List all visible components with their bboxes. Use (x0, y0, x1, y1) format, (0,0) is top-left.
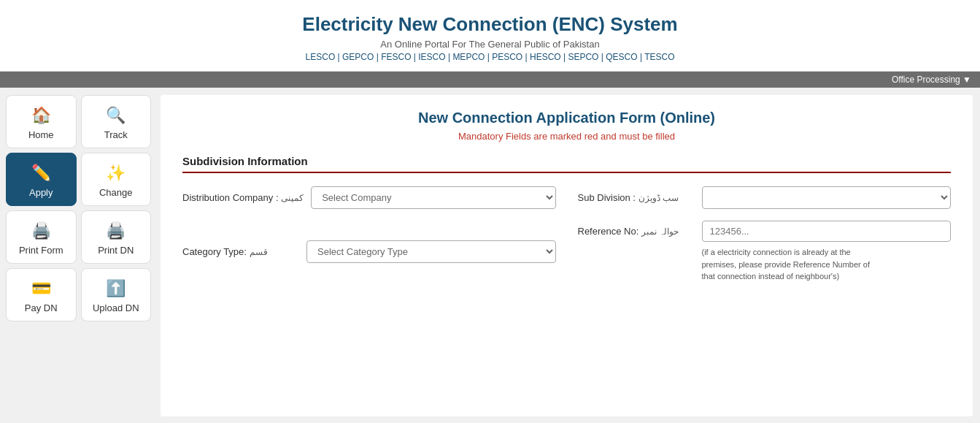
section-heading: Subdivision Information (182, 155, 951, 173)
sidebar-label-print-form: Print Form (19, 245, 63, 256)
form-grid: Distribution Company : کمپنی Select Comp… (182, 186, 951, 283)
sidebar-label-print-dn: Print DN (98, 245, 134, 256)
category-type-select[interactable]: Select Category Type (306, 240, 556, 263)
print-dn-icon: 🖨️ (106, 221, 126, 240)
sub-division-select[interactable] (702, 186, 952, 209)
sidebar-item-track[interactable]: 🔍 Track (81, 95, 152, 148)
sidebar-label-home: Home (28, 129, 54, 140)
pay-dn-icon: 💳 (31, 279, 51, 298)
sidebar-item-pay-dn[interactable]: 💳 Pay DN (6, 268, 77, 321)
sidebar-item-apply[interactable]: ✏️ Apply (6, 153, 77, 206)
distribution-company-label: Distribution Company : کمپنی (182, 192, 304, 203)
layout: 🏠 Home 🔍 Track ✏️ Apply ✨ Change 🖨️ Pri (0, 88, 980, 423)
distribution-company-field: Distribution Company : کمپنی Select Comp… (182, 186, 556, 209)
reference-no-note: (if a electricity connection is already … (702, 246, 877, 283)
sidebar-row-3: 🖨️ Print Form 🖨️ Print DN (6, 210, 151, 264)
sidebar-item-print-dn[interactable]: 🖨️ Print DN (81, 210, 152, 264)
sidebar-label-apply: Apply (29, 187, 53, 198)
top-bar: Office Processing ▼ (0, 72, 980, 88)
sub-division-field: Sub Division : سب ڈویژن (578, 186, 952, 209)
apply-icon: ✏️ (31, 164, 51, 183)
sidebar-item-print-form[interactable]: 🖨️ Print Form (6, 210, 77, 264)
sidebar-label-track: Track (104, 129, 128, 140)
form-subtitle: Mandatory Fields are marked red and must… (182, 131, 951, 142)
reference-no-field: Reference No: حوالہ نمبر (if a electrici… (578, 221, 952, 283)
page-header: Electricity New Connection (ENC) System … (0, 0, 980, 72)
sidebar-row-1: 🏠 Home 🔍 Track (6, 95, 151, 148)
sidebar-row-2: ✏️ Apply ✨ Change (6, 153, 151, 206)
sidebar-item-upload-dn[interactable]: ⬆️ Upload DN (81, 268, 152, 321)
main-content: New Connection Application Form (Online)… (161, 95, 973, 416)
app-subtitle: An Online Portal For The General Public … (7, 39, 973, 50)
office-processing-label[interactable]: Office Processing ▼ (892, 75, 971, 85)
change-icon: ✨ (106, 164, 126, 183)
home-icon: 🏠 (31, 106, 51, 125)
companies-list: LESCO | GEPCO | FESCO | IESCO | MEPCO | … (7, 52, 973, 62)
sidebar-item-home[interactable]: 🏠 Home (6, 95, 77, 148)
category-type-field: Category Type: قسم Select Category Type (182, 221, 556, 283)
track-icon: 🔍 (106, 106, 126, 125)
upload-dn-icon: ⬆️ (106, 279, 126, 298)
print-form-icon: 🖨️ (31, 221, 51, 240)
distribution-company-select[interactable]: Select Company LESCO GEPCO FESCO IESCO M… (311, 186, 555, 209)
category-type-label: Category Type: قسم (182, 246, 299, 257)
reference-no-input[interactable] (702, 221, 952, 242)
sub-division-label: Sub Division : سب ڈویژن (578, 192, 695, 203)
sidebar-label-pay-dn: Pay DN (25, 302, 58, 313)
sidebar: 🏠 Home 🔍 Track ✏️ Apply ✨ Change 🖨️ Pri (0, 88, 157, 423)
sidebar-label-upload-dn: Upload DN (93, 302, 139, 313)
form-title: New Connection Application Form (Online) (182, 110, 951, 126)
sidebar-row-4: 💳 Pay DN ⬆️ Upload DN (6, 268, 151, 321)
reference-no-label: Reference No: حوالہ نمبر (578, 226, 695, 237)
sidebar-label-change: Change (99, 187, 133, 198)
app-title: Electricity New Connection (ENC) System (7, 13, 973, 36)
sidebar-item-change[interactable]: ✨ Change (81, 153, 152, 206)
